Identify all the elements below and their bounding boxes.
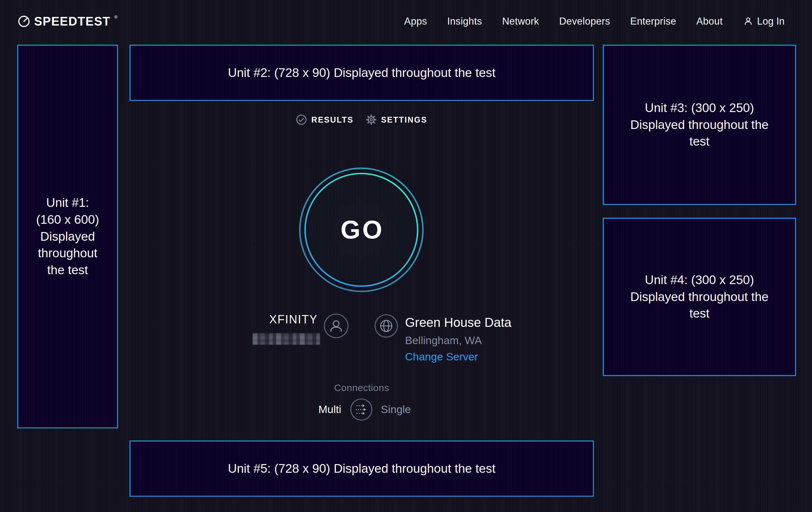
ad-unit-3-label: Unit #3: (300 x 250) Displayed throughou…	[620, 100, 779, 150]
go-button[interactable]: GO	[297, 166, 425, 294]
speedometer-icon	[18, 15, 30, 28]
user-icon	[743, 16, 754, 27]
view-tabs: RESULTS SETTINGS	[129, 114, 594, 125]
server-globe-icon	[374, 314, 398, 338]
top-nav: SPEEDTEST ® Apps Insights Network Develo…	[0, 0, 812, 43]
ad-unit-4-label: Unit #4: (300 x 250) Displayed throughou…	[620, 272, 779, 322]
nav-item-network[interactable]: Network	[502, 16, 539, 27]
isp-name: XFINITY	[204, 313, 318, 326]
ad-unit-2-label: Unit #2: (728 x 90) Displayed throughout…	[228, 64, 496, 81]
tab-results[interactable]: RESULTS	[296, 114, 353, 125]
nav-item-apps[interactable]: Apps	[404, 16, 427, 27]
tab-results-label: RESULTS	[311, 115, 353, 125]
ad-unit-5-label: Unit #5: (728 x 90) Displayed throughout…	[228, 460, 496, 477]
ad-unit-4[interactable]: Unit #4: (300 x 250) Displayed throughou…	[603, 218, 796, 376]
server-location: Bellingham, WA	[405, 334, 482, 347]
gear-icon	[366, 114, 377, 125]
change-server-link[interactable]: Change Server	[405, 350, 478, 363]
ad-unit-5[interactable]: Unit #5: (728 x 90) Displayed throughout…	[129, 440, 594, 497]
ad-unit-1-label: Unit #1: (160 x 600) Displayed throughou…	[32, 194, 103, 278]
nav-item-about[interactable]: About	[696, 16, 723, 27]
ad-unit-3[interactable]: Unit #3: (300 x 250) Displayed throughou…	[603, 45, 796, 205]
login-button[interactable]: Log In	[743, 16, 785, 27]
brand-name: SPEEDTEST	[34, 15, 110, 27]
isp-user-icon	[323, 313, 349, 339]
speedtest-logo[interactable]: SPEEDTEST ®	[18, 15, 117, 28]
go-label: GO	[297, 166, 425, 294]
connection-mode-multi[interactable]: Multi	[287, 403, 341, 415]
speedtest-page: SPEEDTEST ® Apps Insights Network Develo…	[0, 0, 812, 512]
connections-label: Connections	[129, 382, 594, 393]
main-nav: Apps Insights Network Developers Enterpr…	[404, 16, 723, 27]
tab-settings-label: SETTINGS	[381, 115, 427, 125]
nav-item-insights[interactable]: Insights	[447, 16, 482, 27]
ad-unit-1[interactable]: Unit #1: (160 x 600) Displayed throughou…	[17, 45, 118, 428]
server-name: Green House Data	[405, 315, 512, 330]
connection-toggle[interactable]	[350, 398, 373, 421]
check-circle-icon	[296, 114, 307, 125]
login-label: Log In	[757, 16, 785, 27]
multi-connection-icon	[350, 398, 373, 421]
brand-trademark: ®	[114, 15, 117, 19]
nav-item-enterprise[interactable]: Enterprise	[630, 16, 676, 27]
tab-settings[interactable]: SETTINGS	[366, 114, 427, 125]
nav-item-developers[interactable]: Developers	[559, 16, 610, 27]
redacted-ip-address	[253, 333, 320, 345]
ad-unit-2[interactable]: Unit #2: (728 x 90) Displayed throughout…	[129, 45, 594, 101]
connection-mode-single[interactable]: Single	[381, 403, 411, 415]
